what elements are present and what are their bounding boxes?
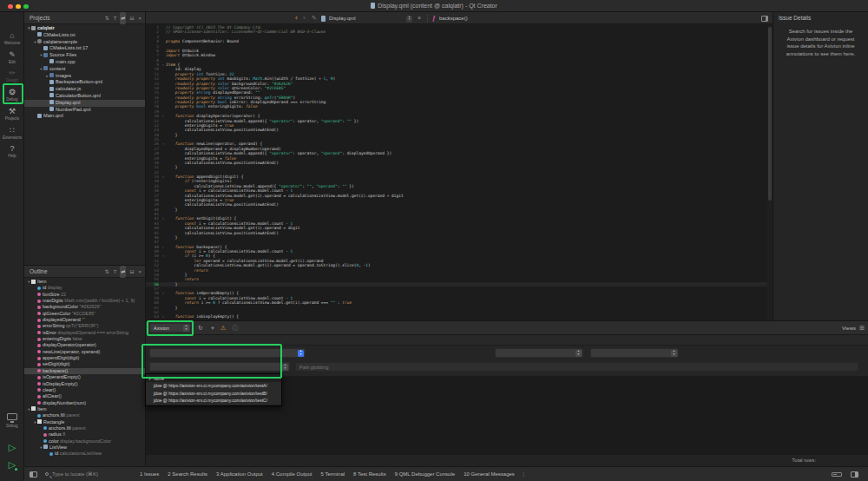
outline-item-newline-operator-operand-[interactable]: newLine(operator, operand) <box>24 349 145 355</box>
tree-item-main-qml[interactable]: Main.qml <box>24 113 145 120</box>
refresh-icon[interactable]: ↻ <box>196 323 205 333</box>
dropdown-item-none[interactable]: ✓None <box>146 375 281 382</box>
outline-item-allclear-[interactable]: allClear() <box>24 393 145 399</box>
outline-item-anchors-fill[interactable]: anchors.fill parent <box>24 412 145 418</box>
output-pane-button-2-search-results[interactable]: 2 Search Results <box>163 471 212 477</box>
tree-item-numberpad-qml[interactable]: NumberPad.qml <box>24 107 145 114</box>
mode-item-welcome[interactable]: ⌂Welcome <box>0 31 24 49</box>
right-panel-toggle-icon[interactable] <box>761 16 768 22</box>
outline-item-radius[interactable]: radius 8 <box>24 432 145 438</box>
dashboard-combobox[interactable]: ▲▼ ✓Nonejdoe @ https://axivion-srv.ci.my… <box>149 348 306 358</box>
sync-with-editor-icon[interactable]: ⇄ <box>120 266 126 278</box>
code-area[interactable]: 1// Copyright (C) 2023 The Qt Company Lt… <box>146 25 767 320</box>
mode-item-help[interactable]: ?Help <box>0 144 24 162</box>
split-panel-icon[interactable]: ⊟ <box>128 266 135 278</box>
path-globbing-input[interactable] <box>295 362 858 372</box>
output-pane-button-9-qml-debugger-console[interactable]: 9 QML Debugger Console <box>391 471 459 477</box>
tree-item-display-qml[interactable]: Display.qml <box>24 100 145 107</box>
locate-issue-icon[interactable]: ⌖ <box>208 323 217 333</box>
document-dropdown-stepper[interactable]: ▲▼ <box>406 16 412 23</box>
pin-editor-icon[interactable]: ✎ <box>312 12 317 24</box>
filter-icon[interactable]: T <box>113 12 118 24</box>
dropdown-item-server-3[interactable]: jdoe @ https://axivion-srv.ci.mycompany.… <box>146 397 281 404</box>
outline-item-iserror[interactable]: isError displayedOperand === errorString <box>24 330 145 336</box>
mode-item-edit[interactable]: ✎Edit <box>0 50 24 69</box>
dropdown-item-server-1[interactable]: jdoe @ https://axivion-srv.ci.mycompany.… <box>146 382 281 389</box>
output-pane-button-10-general-messages[interactable]: 10 General Messages <box>459 471 519 477</box>
current-symbol-dropdown[interactable]: backspace() <box>439 12 468 24</box>
tree-item-main-cpp[interactable]: main.cpp <box>24 59 145 66</box>
output-pane-button-3-application-output[interactable]: 3 Application Output <box>212 471 267 477</box>
outline-item-backgroundcolor[interactable]: backgroundColor "#262626" <box>24 304 145 310</box>
outline-item-id[interactable]: id display <box>24 285 145 291</box>
mode-item-design[interactable]: ✏Design <box>0 69 24 87</box>
output-pane-button-8-test-results[interactable]: 8 Test Results <box>349 471 391 477</box>
tree-item-calculatorbutton-qml[interactable]: CalculatorButton.qml <box>24 93 145 100</box>
filter-icon[interactable]: T <box>113 266 118 278</box>
filter-combobox-1[interactable]: ▲▼ <box>495 348 583 358</box>
outline-item-enteringdigits[interactable]: enteringDigits false <box>24 336 145 342</box>
outline-item-fontsize[interactable]: fontSize 22 <box>24 292 145 298</box>
tree-item-calculator-js[interactable]: calculator.js <box>24 86 145 93</box>
info-icon[interactable]: ⓘ <box>231 323 240 333</box>
dropdown-item-server-2[interactable]: jdoe @ https://axivion-srv.ci.mycompany.… <box>146 390 281 397</box>
warning-icon[interactable]: ⚠ <box>219 323 227 333</box>
outline-item-color[interactable]: color display.backgroundColor <box>24 438 145 445</box>
debug-run-button[interactable]: ▷ <box>5 458 19 472</box>
outline-item-item[interactable]: ▾Item <box>24 406 145 412</box>
issues-section-header[interactable]: ▾ Issues <box>146 335 868 346</box>
run-button[interactable]: ▷ <box>5 441 19 455</box>
output-pane-overflow-icon[interactable]: ⋮ <box>521 467 526 481</box>
outline-item-rectangle[interactable]: ▾Rectangle <box>24 419 145 425</box>
tree-item-backspacebutton-qml[interactable]: BackspaceButton.qml <box>24 79 145 86</box>
navigate-back-icon[interactable]: ‹ <box>295 12 298 24</box>
mode-item-debug[interactable]: ❂Debug <box>0 88 24 106</box>
outline-item-errorstring[interactable]: errorString qsTr("ERROR") <box>24 323 145 329</box>
output-pane-button-1-issues[interactable]: 1 Issues <box>135 471 163 477</box>
kit-selector-icon[interactable] <box>7 413 17 420</box>
outline-item-listview[interactable]: ▾ListView <box>24 445 145 451</box>
views-label[interactable]: Views <box>842 323 856 333</box>
close-document-icon[interactable]: × <box>418 12 421 24</box>
panel-selector-stepper-icon[interactable]: ⇅ <box>104 12 110 24</box>
tree-item-cmakelists-txt[interactable]: CMakeLists.txt <box>24 32 145 39</box>
outline-item-displayoperator-operator-[interactable]: displayOperator(operator) <box>24 342 145 348</box>
outline-item-anchors-fill[interactable]: anchors.fill parent <box>24 425 145 432</box>
tree-item-images[interactable]: ▸images <box>24 73 145 80</box>
locator-input[interactable]: Type to locate (⌘K) <box>45 467 132 481</box>
output-pane-button-5-terminal[interactable]: 5 Terminal <box>316 471 349 477</box>
kit-selector-label[interactable]: Debug <box>0 424 24 428</box>
outline-item-backspace-[interactable]: backspace() <box>24 368 145 374</box>
navigate-forward-icon[interactable]: › <box>303 12 306 24</box>
close-panel-icon[interactable]: × <box>137 266 142 278</box>
outline-item-appenddigit-digit-[interactable]: appendDigit(digit) <box>24 355 145 361</box>
tree-item-calqlatrexample[interactable]: ▾calqlatrexample <box>24 39 145 46</box>
outline-item-clear-[interactable]: clear() <box>24 387 145 393</box>
outline-item-displaynumber-num-[interactable]: displayNumber(num) <box>24 400 145 406</box>
owner-combobox[interactable]: ▲▼ <box>149 362 290 372</box>
split-panel-icon[interactable]: ⊟ <box>128 12 135 24</box>
build-hammer-button[interactable]: ⚒ <box>5 478 19 481</box>
mode-item-extensions[interactable]: ∷Extensions <box>0 126 24 144</box>
perspective-selector-combobox[interactable]: Axivion ▲▼ <box>149 323 191 333</box>
right-sidebar-toggle-icon[interactable] <box>851 471 858 478</box>
left-sidebar-toggle-icon[interactable] <box>30 471 37 478</box>
outline-item-id[interactable]: id calculationsListView <box>24 451 145 457</box>
outline-item-isoperandempty-[interactable]: isOperandEmpty() <box>24 374 145 380</box>
open-file-name[interactable]: Display.qml <box>329 12 356 24</box>
tree-item-content[interactable]: ▾content <box>24 66 145 73</box>
outline-item-maxdigits[interactable]: maxDigits Math.min((width / fontSize) + … <box>24 298 145 304</box>
tree-item-calqlatr[interactable]: ▾calqlatr <box>24 25 145 32</box>
sync-with-editor-icon[interactable]: ⇄ <box>120 12 126 24</box>
output-pane-button-4-compile-output[interactable]: 4 Compile Output <box>267 471 317 477</box>
outline-item-displayedoperand[interactable]: displayedOperand "" <box>24 317 145 323</box>
scrollbar-thumb[interactable] <box>768 27 772 201</box>
filter-combobox-2[interactable]: ▲▼ <box>590 348 679 358</box>
code-editor[interactable]: ‹ › ✎ Display.qml ▲▼ × ƒ backspace() ▲▼ … <box>146 12 773 321</box>
close-panel-icon[interactable]: × <box>137 12 142 24</box>
code-line-63[interactable]: 63▾ function isDisplayEmpty() { <box>146 314 767 319</box>
mode-item-projects[interactable]: ⚒Projects <box>0 107 24 125</box>
tree-item-source-files[interactable]: ▾Source Files <box>24 52 145 59</box>
outline-item-isdisplayempty-[interactable]: isDisplayEmpty() <box>24 381 145 387</box>
tree-item-cmakelists-txt-17[interactable]: CMakeLists.txt:17 <box>24 45 145 52</box>
